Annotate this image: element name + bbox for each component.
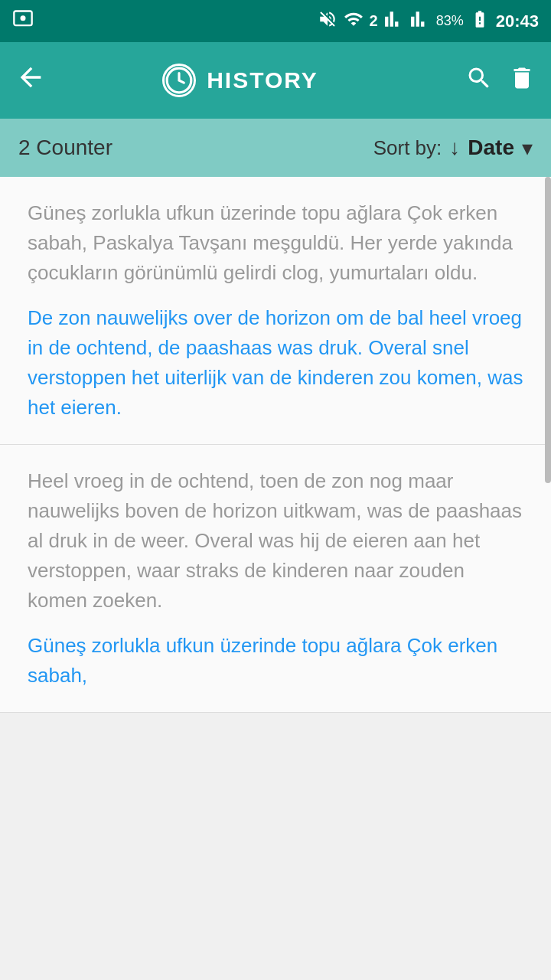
svg-point-1 [21, 15, 26, 21]
history-item-2-translated: Güneş zorlukla ufkun üzerinde topu ağlar… [28, 631, 523, 691]
history-item-1-translated: De zon nauwelijks over de horizon om de … [28, 303, 523, 423]
mute-icon [318, 9, 337, 33]
counter-label: 2 Counter [18, 136, 373, 160]
history-clock-icon [162, 64, 196, 97]
sort-direction-icon: ↓ [449, 136, 460, 160]
battery-percent: 83% [436, 13, 464, 29]
status-bar: 2 83% 20:43 [0, 0, 551, 42]
sort-date-label: Date [468, 136, 514, 160]
sort-area[interactable]: Sort by: ↓ Date ▾ [373, 136, 533, 161]
app-bar-action-icons [465, 64, 536, 97]
delete-button[interactable] [508, 64, 536, 97]
sub-header: 2 Counter Sort by: ↓ Date ▾ [0, 119, 551, 177]
history-item-2[interactable]: Heel vroeg in de ochtend, toen de zon no… [0, 445, 551, 713]
history-item-1-original: Güneş zorlukla ufkun üzerinde topu ağlar… [28, 198, 523, 288]
signal-icon [384, 9, 404, 33]
scrollbar[interactable] [545, 177, 551, 483]
history-list: Güneş zorlukla ufkun üzerinde topu ağlar… [0, 177, 551, 713]
wifi-icon [344, 9, 364, 33]
app-bar-title: HISTORY [207, 67, 318, 93]
sim2-icon: 2 [370, 12, 378, 30]
battery-icon [470, 9, 490, 33]
history-item-2-original: Heel vroeg in de ochtend, toen de zon no… [28, 466, 523, 616]
history-item-1[interactable]: Güneş zorlukla ufkun üzerinde topu ağlar… [0, 177, 551, 445]
app-bar-title-area: HISTORY [28, 64, 453, 97]
status-bar-image-icon [12, 8, 34, 34]
app-bar: HISTORY [0, 42, 551, 119]
signal2-icon [410, 9, 430, 33]
search-button[interactable] [465, 64, 493, 97]
status-icons: 2 83% 20:43 [318, 9, 539, 33]
sort-by-label: Sort by: [373, 136, 442, 160]
status-time: 20:43 [496, 11, 539, 31]
sort-dropdown-icon[interactable]: ▾ [522, 136, 533, 161]
content-wrapper: Güneş zorlukla ufkun üzerinde topu ağlar… [0, 177, 551, 713]
